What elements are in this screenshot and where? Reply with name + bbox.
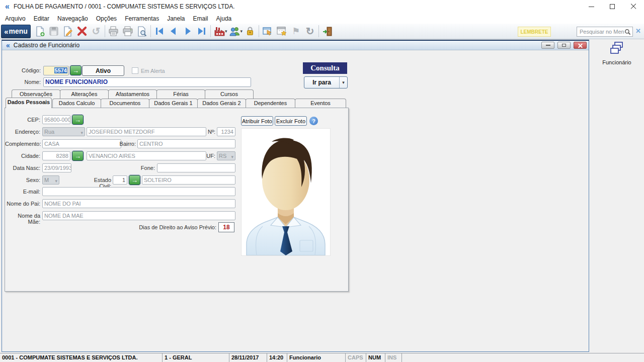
menu-janela[interactable]: Janela	[163, 14, 189, 23]
cidade-lookup-button[interactable]: →	[72, 151, 84, 161]
search-record-button[interactable]	[135, 25, 149, 38]
nav-previous-button[interactable]	[167, 25, 181, 38]
tab-dependentes[interactable]: Dependentes	[246, 99, 295, 108]
cep-lookup-button[interactable]: →	[72, 115, 84, 125]
lock-button[interactable]	[243, 25, 257, 38]
document-search-icon	[136, 26, 148, 37]
tab-alteracoes[interactable]: Alterações	[60, 89, 109, 99]
tab-dados-gerais-1[interactable]: Dados Gerais 1	[149, 99, 198, 108]
aviso-previo-label: Dias de Direito ao Aviso Prévio:	[96, 224, 216, 230]
estado-civil-lookup-button[interactable]: →	[129, 175, 140, 185]
endereco-input[interactable]: JOSEFREDO METZDORF	[87, 127, 206, 136]
bairro-input[interactable]: CENTRO	[137, 139, 235, 148]
nome-pai-input[interactable]: NOME DO PAI	[42, 199, 235, 208]
em-alerta-checkbox[interactable]	[132, 67, 138, 74]
users-dropdown-caret[interactable]: ▾	[240, 29, 243, 34]
tab-ferias[interactable]: Férias	[156, 89, 205, 99]
tab-dados-gerais-2[interactable]: Dados Gerais 2	[197, 99, 246, 108]
chevron-down-icon[interactable]: ▾	[339, 77, 347, 88]
sexo-label: Sexo:	[5, 177, 40, 183]
estado-civil-codigo-input[interactable]: 1	[113, 175, 127, 185]
atribuir-foto-button[interactable]: Atribuir Foto	[241, 116, 273, 126]
uf-label: UF:	[204, 153, 215, 159]
status-num: NUM	[366, 353, 385, 362]
window-edit-button[interactable]	[261, 25, 275, 38]
print-preview-button[interactable]	[107, 25, 121, 38]
save-button[interactable]	[47, 25, 61, 38]
tab-cursos[interactable]: Cursos	[205, 89, 254, 99]
status-ativo-button[interactable]: Ativo	[82, 65, 124, 76]
cep-input[interactable]: 95800-000	[42, 115, 70, 124]
codigo-input[interactable]: 5574	[43, 66, 69, 75]
fone-input[interactable]	[157, 163, 235, 172]
toolbar-separator	[259, 25, 259, 37]
endereco-tipo-select[interactable]: Rua	[42, 127, 85, 136]
cidade-codigo-input[interactable]: 8288	[42, 151, 70, 160]
help-icon[interactable]: ?	[309, 117, 318, 125]
menu-toggle-button[interactable]: « menu	[1, 25, 31, 38]
complemento-input[interactable]: CASA	[42, 139, 121, 148]
nome-mae-input[interactable]: NOME DA MAE	[42, 211, 235, 220]
toolbar-separator	[210, 25, 211, 37]
email-label: E-mail:	[5, 189, 40, 195]
cidade-input[interactable]: VENANCIO AIRES	[87, 151, 206, 160]
nome-input[interactable]: NOME FUNCIONARIO	[43, 77, 251, 87]
undo-button[interactable]	[89, 25, 103, 38]
printer-icon	[122, 25, 134, 37]
toolbar: « menu	[0, 24, 644, 39]
toolbar-separator	[105, 25, 105, 37]
menu-editar[interactable]: Editar	[30, 14, 53, 23]
menu-navegacao[interactable]: Navegação	[53, 14, 92, 23]
menu-button-label: menu	[9, 27, 28, 35]
bairro-label: Bairro:	[119, 141, 136, 147]
excluir-foto-button[interactable]: Excluir Foto	[275, 116, 307, 126]
tab-dados-pessoais[interactable]: Dados Pessoais	[6, 98, 52, 108]
tab-eventos[interactable]: Eventos	[295, 99, 346, 108]
tab-afastamentos[interactable]: Afastamentos	[108, 89, 157, 99]
shortcut-funcionario[interactable]: Funcionário	[590, 41, 644, 65]
window-minimize-button[interactable]	[581, 0, 602, 13]
shortcut-panel: Funcionário	[590, 39, 644, 353]
menu-email[interactable]: Email	[189, 14, 212, 23]
window-close-button[interactable]	[623, 0, 644, 13]
aviso-previo-input[interactable]: 18	[218, 222, 234, 232]
nav-first-button[interactable]	[152, 25, 167, 38]
tab-dados-calculo[interactable]: Dados Calculo	[52, 99, 101, 108]
window-maximize-button[interactable]	[602, 0, 623, 13]
menu-ferramentas[interactable]: Ferramentas	[121, 14, 163, 23]
clear-search-icon[interactable]: ✕	[635, 28, 641, 34]
toolbar-separator	[150, 25, 151, 37]
inner-window-titlebar[interactable]: « Cadastro de Funcionário	[2, 41, 589, 50]
exit-button[interactable]	[320, 25, 335, 38]
nav-last-button[interactable]	[195, 25, 209, 38]
users-button[interactable]	[228, 25, 242, 38]
data-nasc-input[interactable]: 23/09/1993	[42, 163, 71, 172]
calendar-favorite-button[interactable]	[275, 25, 289, 38]
inner-close-button[interactable]	[574, 42, 587, 49]
edit-record-button[interactable]	[61, 25, 75, 38]
company-button[interactable]	[212, 25, 226, 38]
numero-input[interactable]: 1234	[217, 127, 235, 136]
lock-icon	[245, 26, 256, 37]
ir-para-button[interactable]: Ir para ▾	[304, 76, 348, 88]
codigo-lookup-button[interactable]: →	[70, 65, 82, 75]
inner-minimize-button[interactable]	[541, 42, 554, 49]
nav-next-button[interactable]	[181, 25, 195, 38]
menu-ajuda[interactable]: Ajuda	[212, 14, 236, 23]
flag-button[interactable]	[289, 25, 303, 38]
inner-maximize-button[interactable]	[557, 42, 571, 49]
menu-opcoes[interactable]: Opções	[92, 14, 121, 23]
estado-civil-input[interactable]: SOLTEIRO	[142, 175, 235, 185]
new-record-button[interactable]	[33, 25, 47, 38]
print-button[interactable]	[121, 25, 135, 38]
email-input[interactable]	[42, 187, 235, 196]
menu-arquivo[interactable]: Arquivo	[1, 14, 30, 23]
delete-record-button[interactable]	[75, 25, 89, 38]
uf-select[interactable]: RS	[217, 151, 235, 160]
company-dropdown-caret[interactable]: ▾	[225, 29, 227, 34]
lembrete-button[interactable]: LEMBRETE	[518, 27, 551, 37]
menu-search-input[interactable]: Pesquisar no Menu	[577, 27, 633, 37]
tab-documentos[interactable]: Documentos	[101, 99, 149, 108]
refresh-button[interactable]	[303, 25, 317, 38]
sexo-select[interactable]: M	[42, 175, 59, 185]
